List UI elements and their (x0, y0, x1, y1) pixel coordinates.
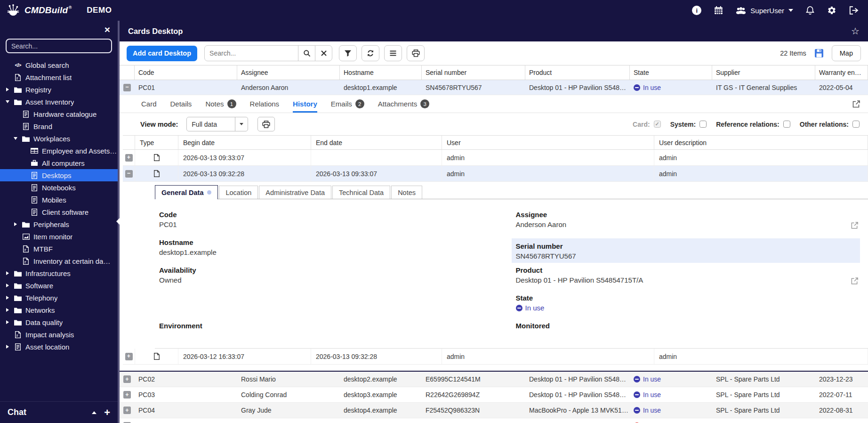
sidebar-collapse-handle[interactable] (116, 218, 120, 225)
sidebar-item-attachment-list[interactable]: Attachment list (0, 71, 118, 83)
open-external-icon[interactable] (852, 100, 860, 108)
favorite-star-icon[interactable]: ☆ (851, 25, 860, 37)
table-search-input[interactable] (204, 45, 298, 61)
sidebar-item-software[interactable]: Software (0, 279, 118, 292)
table-row-pc02[interactable]: + PC02 Rossi Mario desktop2.example E659… (120, 372, 868, 387)
map-button[interactable]: Map (832, 45, 861, 61)
sidebar-item-item-monitor[interactable]: Item monitor (0, 230, 118, 243)
sidebar-item-employee-and-assets[interactable]: Employee and Assets i… (0, 145, 118, 157)
filter-button[interactable] (339, 45, 357, 61)
chat-add-icon[interactable]: + (104, 407, 110, 418)
history-column-user[interactable]: User (442, 136, 654, 149)
edit-product-icon[interactable] (851, 277, 859, 285)
table-row-pc01[interactable]: − PC01 Anderson Aaron desktop1.example S… (120, 80, 868, 95)
column-header-hostname[interactable]: Hostname (340, 65, 422, 80)
notifications-bell-icon[interactable] (806, 6, 814, 15)
sidebar-item-all-computers[interactable]: All computers (0, 157, 118, 169)
tab-relations[interactable]: Relations (250, 95, 280, 113)
collapse-up-icon[interactable] (92, 411, 96, 414)
sidebar-item-hardware-catalogue[interactable]: Hardware catalogue (0, 108, 118, 120)
field-state: State In use (516, 294, 868, 322)
column-header-product[interactable]: Product (525, 65, 630, 80)
close-icon[interactable]: × (104, 24, 110, 34)
tab-technical-data[interactable]: Technical Data (332, 186, 390, 199)
tab-notes[interactable]: Notes1 (205, 95, 236, 113)
history-column-type[interactable]: Type (135, 136, 178, 149)
sidebar-item-global-search[interactable]: </>Global search (0, 59, 118, 71)
history-row[interactable]: + 2026-03-13 09:33:07 admin admin (123, 150, 868, 166)
column-header-warranty[interactable]: Warranty en… (815, 65, 868, 80)
sidebar-item-asset-location[interactable]: Asset location (0, 341, 118, 353)
table-row-pc03[interactable]: + PC03 Colding Conrad desktop3.example R… (120, 387, 868, 403)
collapse-row-icon[interactable]: − (125, 170, 133, 178)
info-icon[interactable] (692, 6, 701, 15)
refresh-button[interactable] (362, 45, 379, 61)
history-row-selected[interactable]: − 2026-03-13 09:32:28 2026-03-13 09:33:0… (123, 166, 868, 182)
user-menu[interactable]: SuperUser (736, 7, 793, 15)
menu-button[interactable] (384, 45, 402, 61)
column-header-code[interactable]: Code (135, 65, 237, 80)
sidebar-item-infrastructures[interactable]: Infrastructures (0, 267, 118, 279)
document-icon (30, 184, 39, 191)
system-checkbox[interactable] (699, 121, 707, 128)
sidebar-item-mtbf[interactable]: MTBF (0, 243, 118, 255)
history-row[interactable]: + 2026-03-12 16:33:07 2026-03-13 09:32:2… (123, 349, 868, 365)
history-print-button[interactable] (257, 117, 275, 131)
logout-icon[interactable] (849, 6, 859, 15)
print-button[interactable] (407, 45, 425, 61)
sidebar-search-input[interactable] (6, 39, 112, 53)
expand-row-icon[interactable]: + (125, 154, 133, 162)
history-column-user-description[interactable]: User description (654, 136, 868, 149)
other-relations-checkbox[interactable] (852, 121, 860, 128)
column-header-serial[interactable]: Serial number (422, 65, 525, 80)
column-header-state[interactable]: State (630, 65, 712, 80)
tab-history[interactable]: History (293, 95, 317, 113)
save-view-icon[interactable] (814, 49, 824, 58)
sidebar-item-networks[interactable]: Networks (0, 304, 118, 316)
cell-supplier: SPL - Spare Parts Ltd (712, 375, 815, 383)
sidebar-item-workplaces[interactable]: Workplaces (0, 132, 118, 145)
clear-search-button[interactable] (315, 45, 332, 61)
add-card-button[interactable]: Add card Desktop (127, 46, 197, 61)
tab-location[interactable]: Location (219, 186, 258, 199)
sidebar-item-peripherals[interactable]: Peripherals (0, 218, 118, 230)
sidebar-item-brand[interactable]: Brand (0, 120, 118, 132)
history-column-end[interactable]: End date (311, 136, 442, 149)
tab-emails[interactable]: Emails2 (331, 95, 364, 113)
tab-attachments[interactable]: Attachments3 (378, 95, 429, 113)
card-checkbox[interactable]: ✓ (654, 121, 661, 128)
gear-icon[interactable] (827, 6, 836, 15)
expand-row-icon[interactable]: + (123, 407, 131, 414)
sidebar-item-registry[interactable]: Registry (0, 83, 118, 96)
sidebar-item-data-quality[interactable]: Data quality (0, 316, 118, 328)
edit-assignee-icon[interactable] (851, 221, 859, 229)
sidebar-item-mobiles[interactable]: Mobiles (0, 194, 118, 206)
sidebar-item-impact-analysis[interactable]: Impact analysis (0, 328, 118, 341)
tab-card[interactable]: Card (141, 95, 157, 113)
view-mode-select[interactable]: Full data (186, 117, 248, 131)
expand-row-icon[interactable]: + (123, 375, 131, 383)
expand-row-icon[interactable]: + (125, 353, 133, 360)
select-caret[interactable] (235, 117, 248, 131)
table-icon (30, 148, 39, 154)
column-header-supplier[interactable]: Supplier (712, 65, 815, 80)
sidebar-item-inventory-at-date[interactable]: Inventory at certain da… (0, 255, 118, 267)
tab-details[interactable]: Details (170, 95, 192, 113)
tab-detail-notes[interactable]: Notes (391, 186, 422, 199)
sidebar-item-client-software[interactable]: Client software (0, 206, 118, 218)
collapse-row-icon[interactable]: − (123, 84, 131, 91)
sidebar-item-telephony[interactable]: Telephony (0, 292, 118, 304)
table-row-pc05[interactable]: + PC05 Smith John desktop5.example T2545… (120, 418, 868, 423)
column-header-assignee[interactable]: Assignee (237, 65, 340, 80)
expand-row-icon[interactable]: + (123, 391, 131, 399)
search-button[interactable] (298, 45, 315, 61)
history-column-begin[interactable]: Begin date (178, 136, 311, 149)
tab-general-data[interactable]: General Data (155, 185, 218, 199)
reference-relations-checkbox[interactable] (783, 121, 790, 128)
sidebar-item-notebooks[interactable]: Notebooks (0, 181, 118, 194)
sidebar-item-asset-inventory[interactable]: Asset Inventory (0, 96, 118, 108)
tab-administrative-data[interactable]: Administrative Data (259, 186, 331, 199)
calendar-icon[interactable] (714, 6, 723, 15)
sidebar-item-desktops[interactable]: Desktops (0, 169, 118, 181)
table-row-pc04[interactable]: + PC04 Gray Jude desktop4.example F25452… (120, 403, 868, 418)
